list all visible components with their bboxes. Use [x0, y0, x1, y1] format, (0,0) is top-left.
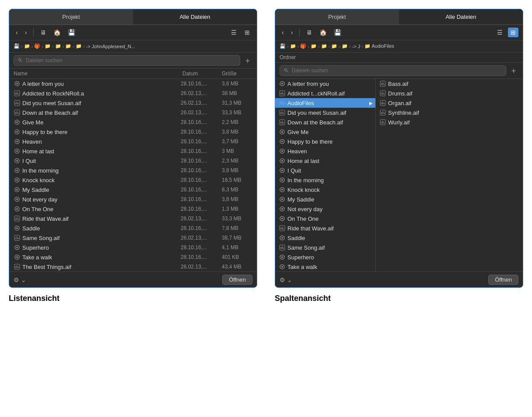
breadcrumb-folder-5[interactable]: 📁 — [76, 43, 82, 49]
left-search-input[interactable] — [14, 55, 240, 66]
right-breadcrumb-folder-4[interactable]: 📁 — [331, 43, 337, 49]
list-item[interactable]: Ride that Wave.aif — [275, 223, 375, 233]
right-add-button[interactable]: ＋ — [509, 67, 518, 74]
table-row[interactable]: Ride that Wave.aif26.02.13,...33,3 MB — [9, 214, 257, 223]
table-row[interactable]: The Best Things.aif26.02.13,...43,4 MB — [9, 262, 257, 272]
file-name: Not every day — [22, 196, 179, 203]
list-item[interactable]: Take a walk — [275, 262, 375, 272]
list-item[interactable]: AudioFiles▶ — [275, 98, 375, 108]
list-item[interactable]: On The One — [275, 214, 375, 223]
list-item[interactable]: Synthline.aif — [376, 108, 523, 117]
forward-button[interactable]: › — [23, 28, 29, 37]
table-row[interactable]: Heaven28.10.16,...3,7 MB — [9, 137, 257, 146]
table-row[interactable]: Home at last28.10.16,...3 MB — [9, 146, 257, 156]
disk-icon[interactable]: 💾 — [66, 28, 77, 37]
file-icon — [279, 138, 286, 145]
list-item[interactable]: Did you meet Susan.aif — [275, 108, 375, 117]
left-search-bar: ＋ — [9, 53, 257, 69]
right-disk-icon[interactable]: 💾 — [332, 28, 343, 37]
table-row[interactable]: In the morning28.10.16,...3,8 MB — [9, 166, 257, 175]
file-icon — [279, 215, 286, 222]
svg-point-91 — [281, 237, 283, 239]
left-tab-alle-dateien[interactable]: Alle Dateien — [133, 9, 257, 25]
list-item[interactable]: A letter from you — [275, 79, 375, 88]
list-item[interactable]: In the morning — [275, 175, 375, 185]
right-search-input[interactable] — [280, 65, 506, 76]
column-view-button[interactable]: ⊞ — [242, 28, 252, 37]
table-row[interactable]: Take a walk28.10.16,...401 KB — [9, 252, 257, 262]
table-row[interactable]: A letter from you28.10.16,...3,6 MB — [9, 79, 257, 88]
svg-point-67 — [281, 131, 283, 133]
table-row[interactable]: My Saddle28.10.16,...8,3 MB — [9, 185, 257, 194]
left-tab-projekt[interactable]: Projekt — [9, 9, 133, 25]
list-item[interactable]: Superhero — [275, 252, 375, 262]
file-icon — [14, 244, 21, 251]
breadcrumb-folder-1[interactable]: 📁 — [24, 43, 30, 49]
table-row[interactable]: Same Song.aif26.02.13,...38,7 MB — [9, 233, 257, 243]
right-breadcrumb-folder-5[interactable]: 📁 — [342, 43, 348, 49]
list-item[interactable]: Wurly.aif — [376, 117, 523, 127]
list-item[interactable]: Knock knock — [275, 185, 375, 194]
list-item[interactable]: Saddle — [275, 233, 375, 243]
breadcrumb-folder-2[interactable]: 📁 — [45, 43, 51, 49]
right-open-button[interactable]: Öffnen — [488, 275, 518, 285]
back-button[interactable]: ‹ — [14, 28, 20, 37]
file-icon — [379, 109, 386, 116]
right-home-icon[interactable]: 🏠 — [317, 28, 329, 37]
list-item[interactable]: Home at last — [275, 156, 375, 166]
table-row[interactable]: Give Me28.10.16,...2,2 MB — [9, 117, 257, 127]
breadcrumb-folder-3[interactable]: 📁 — [55, 43, 61, 49]
breadcrumb-folder-4[interactable]: 📁 — [65, 43, 71, 49]
file-name: Organ.aif — [388, 100, 519, 106]
svg-point-33 — [16, 208, 18, 210]
svg-point-15 — [16, 121, 18, 123]
table-row[interactable]: On The One28.10.16,...1,3 MB — [9, 204, 257, 214]
table-row[interactable]: Addicted to RockNRoll.a26.02.13,...38 MB — [9, 88, 257, 98]
right-column-view-button[interactable]: ⊞ — [508, 28, 518, 37]
left-open-button[interactable]: Öffnen — [222, 275, 252, 285]
table-row[interactable]: I Quit28.10.16,...2,3 MB — [9, 156, 257, 166]
list-item[interactable]: Not every day — [275, 204, 375, 214]
breadcrumb-gift-icon[interactable]: 🎁 — [34, 43, 40, 49]
right-breadcrumb-folder-2[interactable]: 📁 — [311, 43, 317, 49]
left-gear-button[interactable]: ⚙ ⌄ — [14, 276, 26, 283]
list-item[interactable]: I Quit — [275, 166, 375, 175]
file-icon — [279, 186, 286, 193]
table-row[interactable]: Happy to be there28.10.16,...3,8 MB — [9, 127, 257, 137]
right-forward-button[interactable]: › — [289, 28, 295, 37]
table-row[interactable]: Superhero28.10.16,...4,1 MB — [9, 243, 257, 252]
left-add-button[interactable]: ＋ — [243, 57, 252, 64]
right-tab-projekt[interactable]: Projekt — [275, 9, 399, 25]
file-icon — [14, 119, 21, 126]
right-breadcrumb-folder-1[interactable]: 📁 — [290, 43, 296, 49]
list-view-button[interactable]: ☰ — [228, 28, 239, 37]
list-item[interactable]: Organ.aif — [376, 98, 523, 108]
table-row[interactable]: Down at the Beach.aif26.02.13,...33,3 MB — [9, 108, 257, 117]
table-row[interactable]: Knock knock28.10.16,...18,5 MB — [9, 175, 257, 185]
home-icon[interactable]: 🏠 — [51, 28, 63, 37]
file-date: 28.10.16,... — [181, 148, 220, 154]
list-item[interactable]: Give Me — [275, 127, 375, 137]
list-item[interactable]: Addicted t...ckNRoll.aif — [275, 88, 375, 98]
list-item[interactable]: Bass.aif — [376, 79, 523, 88]
svg-point-29 — [16, 189, 18, 191]
right-tab-alle-dateien[interactable]: Alle Dateien — [399, 9, 523, 25]
right-back-button[interactable]: ‹ — [280, 28, 286, 37]
table-row[interactable]: Did you meet Susan.aif26.02.13,...31,3 M… — [9, 98, 257, 108]
list-item[interactable]: Happy to be there — [275, 137, 375, 146]
list-item[interactable]: Heaven — [275, 146, 375, 156]
list-item[interactable]: Down at the Beach.aif — [275, 117, 375, 127]
table-row[interactable]: Saddle28.10.16,...7,8 MB — [9, 223, 257, 233]
file-size: 1,3 MB — [222, 206, 252, 212]
right-list-view-button[interactable]: ☰ — [494, 28, 505, 37]
list-item[interactable]: Same Song.aif — [275, 243, 375, 252]
list-item[interactable]: My Saddle — [275, 194, 375, 204]
left-caption: Listenansicht — [9, 294, 257, 303]
list-item[interactable]: Drums.aif — [376, 88, 523, 98]
right-gear-button[interactable]: ⚙ ⌄ — [280, 276, 292, 283]
right-monitor-icon[interactable]: 🖥 — [304, 28, 315, 37]
right-breadcrumb-gift[interactable]: 🎁 — [300, 43, 306, 49]
right-breadcrumb-folder-3[interactable]: 📁 — [321, 43, 327, 49]
table-row[interactable]: Not every day28.10.16,...3,8 MB — [9, 194, 257, 204]
monitor-icon[interactable]: 🖥 — [38, 28, 49, 37]
